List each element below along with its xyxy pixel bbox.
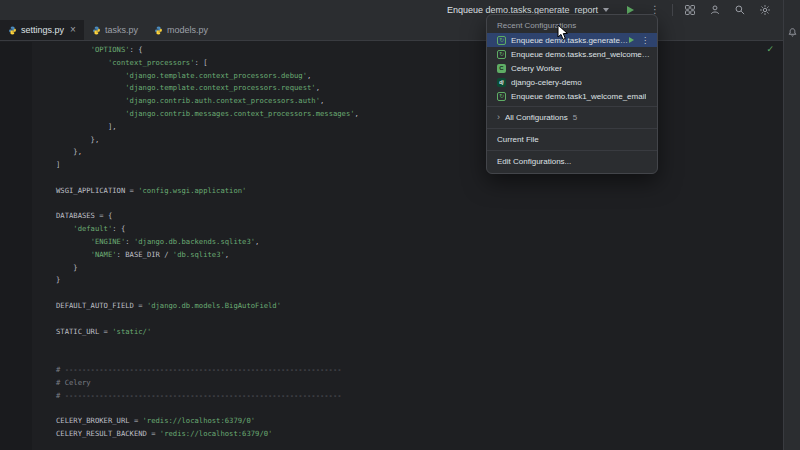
notifications-button[interactable] [786,26,799,39]
code-line[interactable]: }, [56,134,359,147]
run-configuration-item[interactable]: ↻Enqueue demo.tasks.send_welcome_email [487,47,657,61]
settings-gear-icon [759,4,771,16]
main-toolbar: Enqueue demo.tasks.generate_report ⋮ [0,0,783,20]
code-line[interactable]: # --------------------------------------… [56,390,359,403]
current-file-label: Current File [497,135,539,144]
search-everywhere-button[interactable] [732,2,748,18]
notifications-bell-icon [787,27,798,38]
run-configuration-label: Enqueue demo.tasks.send_welcome_email [511,50,651,59]
tab-bar: settings.py×tasks.pymodels.py [0,20,783,41]
code-line[interactable]: 'django.template.context_processors.requ… [56,82,359,95]
code-line[interactable]: CELERY_BROKER_URL = 'redis://localhost:6… [56,415,359,428]
code-line[interactable]: CELERY_RESULT_BACKEND = 'redis://localho… [56,428,359,441]
chevron-right-icon: › [497,113,500,122]
more-vertical-icon[interactable]: ⋮ [641,36,649,45]
run-configuration-label: django-celery-demo [511,78,582,87]
code-line[interactable]: WSGI_APPLICATION = 'config.wsgi.applicat… [56,185,359,198]
run-configuration-item[interactable]: djdjango-celery-demo [487,75,657,89]
popup-separator [487,150,657,151]
django-config-icon: dj [497,78,506,87]
code-line[interactable]: ] [56,159,359,172]
services-button[interactable] [682,2,698,18]
code-line[interactable]: } [56,262,359,275]
tab-label: settings.py [21,25,64,35]
enqueue-config-icon: ↻ [497,36,506,45]
tab-settings-py[interactable]: settings.py× [0,20,84,40]
editor-gutter[interactable] [0,42,32,450]
code-line[interactable] [56,313,359,326]
python-file-icon [154,26,163,35]
services-grid-icon [684,4,696,16]
edit-configurations-row[interactable]: Edit Configurations... [487,154,657,169]
code-line[interactable]: 'NAME': BASE_DIR / 'db.sqlite3', [56,249,359,262]
code-line[interactable]: 'default': { [56,223,359,236]
editor-pane[interactable]: 'OPTIONS': { 'context_processors': [ 'dj… [0,42,783,450]
code-line[interactable]: STATIC_URL = 'static/' [56,326,359,339]
inspection-status-check-icon[interactable]: ✓ [766,44,774,54]
toolbar-divider [672,4,673,16]
code-line[interactable]: 'django.contrib.messages.context_process… [56,108,359,121]
run-configuration-item[interactable]: ↻Enqueue demo.tasks.generate_re⋮ [487,33,657,47]
chevron-down-icon [603,8,609,12]
code-line[interactable] [56,338,359,351]
popup-separator [487,106,657,107]
tab-models-py[interactable]: models.py [146,20,216,40]
run-icon [627,6,634,14]
python-file-icon [8,26,17,35]
code-line[interactable]: # Celery [56,377,359,390]
code-line[interactable]: # --------------------------------------… [56,364,359,377]
code-line[interactable]: } [56,274,359,287]
code-line[interactable] [56,351,359,364]
code-line[interactable] [56,172,359,185]
edit-configurations-label: Edit Configurations... [497,157,571,166]
tab-tasks-py[interactable]: tasks.py [84,20,146,40]
python-file-icon [92,26,101,35]
tab-label: models.py [167,25,208,35]
celery-config-icon: C [497,64,506,73]
run-configuration-label: Celery Worker [511,64,562,73]
right-toolwindow-stripe [783,0,800,450]
code-line[interactable]: ], [56,121,359,134]
search-everywhere-icon [734,4,746,16]
code-line[interactable]: 'context_processors': [ [56,57,359,70]
code-line[interactable] [56,287,359,300]
popup-title: Recent Configurations [487,18,657,33]
all-configurations-row[interactable]: › All Configurations 5 [487,110,657,125]
code-line[interactable] [56,402,359,415]
enqueue-config-icon: ↻ [497,50,506,59]
all-configurations-count: 5 [573,113,577,122]
code-line[interactable]: 'OPTIONS': { [56,44,359,57]
run-configuration-item[interactable]: ↻Enqueue demo.task1_welcome_email [487,89,657,103]
code-area[interactable]: 'OPTIONS': { 'context_processors': [ 'dj… [56,44,359,441]
enqueue-config-icon: ↻ [497,92,506,101]
run-configuration-label: Enqueue demo.task1_welcome_email [511,92,646,101]
tab-label: tasks.py [105,25,138,35]
code-line[interactable]: DEFAULT_AUTO_FIELD = 'django.db.models.B… [56,300,359,313]
code-line[interactable] [56,198,359,211]
settings-button[interactable] [757,2,773,18]
code-line[interactable]: }, [56,146,359,159]
code-with-me-button[interactable] [707,2,723,18]
code-line[interactable]: 'django.contrib.auth.context_processors.… [56,95,359,108]
code-line[interactable]: 'ENGINE': 'django.db.backends.sqlite3', [56,236,359,249]
code-with-me-icon [709,4,721,16]
code-line[interactable]: 'django.template.context_processors.debu… [56,70,359,83]
code-line[interactable]: DATABASES = { [56,210,359,223]
tab-close-icon[interactable]: × [70,25,76,35]
run-configuration-label: Enqueue demo.tasks.generate_re [511,36,629,45]
popup-item-list: ↻Enqueue demo.tasks.generate_re⋮↻Enqueue… [487,33,657,103]
current-file-row[interactable]: Current File [487,132,657,147]
run-icon[interactable] [629,37,634,43]
all-configurations-label: All Configurations [505,113,568,122]
popup-separator [487,128,657,129]
run-configuration-item[interactable]: CCelery Worker [487,61,657,75]
run-configurations-popup: Recent Configurations ↻Enqueue demo.task… [486,14,658,174]
